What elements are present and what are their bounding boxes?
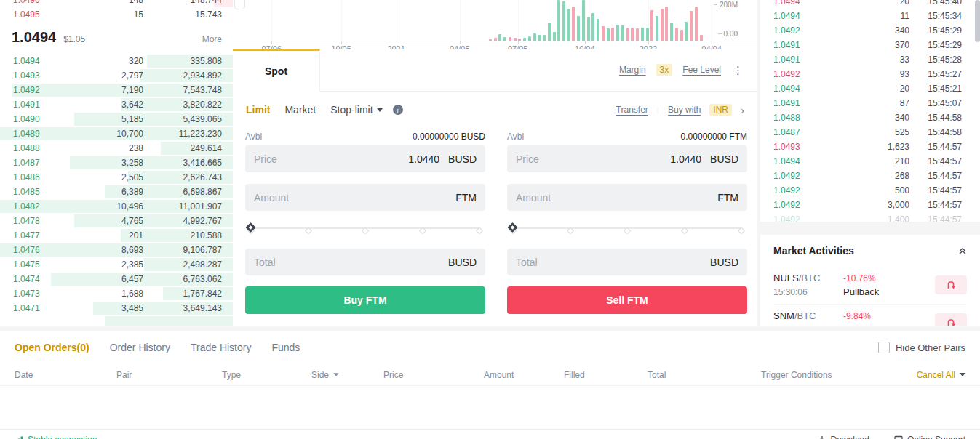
margin-leverage-badge[interactable]: 3x bbox=[656, 64, 673, 76]
slider-track[interactable] bbox=[513, 227, 741, 229]
trade-row[interactable]: 1.04929315:45:27 bbox=[760, 67, 980, 81]
bid-row[interactable]: 1.04932,7972,934.892 bbox=[0, 68, 233, 83]
collapse-icon[interactable] bbox=[958, 246, 967, 255]
trade-row[interactable]: 1.049421015:44:57 bbox=[760, 154, 980, 169]
buy-price-field[interactable]: Price 1.0440 BUSD bbox=[245, 145, 485, 172]
trade-row[interactable]: 1.04931,62315:44:57 bbox=[760, 140, 980, 154]
buy-amount-field[interactable]: Amount FTM bbox=[245, 184, 485, 211]
hide-other-pairs[interactable]: Hide Other Pairs bbox=[878, 342, 965, 353]
buy-avbl-row: Avbl 0.00000000 BUSD bbox=[245, 128, 485, 145]
total-cell: 3,416.665 bbox=[143, 158, 222, 168]
market-activity-row[interactable]: NULS/BTC15:30:06-10.76%Pullback bbox=[773, 267, 967, 305]
sell-price-field[interactable]: Price 1.0440 BUSD bbox=[507, 145, 747, 172]
bid-row[interactable]: 1.04731,6881,767.842 bbox=[0, 286, 233, 301]
trade-time: 15:44:57 bbox=[909, 185, 962, 196]
trade-row[interactable]: 1.049250015:44:57 bbox=[760, 183, 980, 198]
currency-badge[interactable]: INR bbox=[709, 104, 732, 116]
volume-bar bbox=[582, 0, 585, 41]
trade-row[interactable]: 1.048834015:44:58 bbox=[760, 110, 980, 125]
bid-row[interactable]: 1.04927,1907,543.748 bbox=[0, 83, 233, 97]
slider-stop[interactable] bbox=[305, 227, 312, 235]
sell-total-field[interactable]: Total BUSD bbox=[507, 249, 747, 275]
bid-row[interactable]: 1.0488238249.614 bbox=[0, 141, 233, 156]
hide-other-pairs-checkbox[interactable] bbox=[878, 342, 890, 353]
caret-down-icon bbox=[377, 108, 383, 112]
market-activities-list: NULS/BTC15:30:06-10.76%PullbackSNM/BTC15… bbox=[773, 267, 967, 326]
slider-stop[interactable] bbox=[681, 227, 688, 235]
fee-level-link[interactable]: Fee Level bbox=[682, 65, 721, 75]
bid-row[interactable]: 1.04873,2583,416.665 bbox=[0, 156, 233, 170]
order-type-market[interactable]: Market bbox=[284, 104, 316, 116]
bid-row[interactable]: 1.0494320335.808 bbox=[0, 54, 233, 68]
slider-stop[interactable] bbox=[567, 227, 574, 235]
bid-row[interactable]: 1.048210,49611,001.907 bbox=[0, 199, 233, 214]
volume-bar bbox=[611, 28, 614, 41]
cancel-all-button[interactable]: Cancel All bbox=[917, 370, 965, 380]
bid-row[interactable]: 1.0477201210.588 bbox=[0, 228, 233, 243]
market-activity-row[interactable]: SNM/BTC15:30:06-9.84%Pullback bbox=[773, 305, 967, 326]
trade-row[interactable]: 1.04918715:45:07 bbox=[760, 96, 980, 110]
margin-link[interactable]: Margin bbox=[619, 65, 646, 75]
pullback-action-button[interactable] bbox=[935, 313, 967, 326]
chevron-right-icon[interactable]: › bbox=[741, 104, 744, 116]
more-options-icon[interactable]: ⋮ bbox=[731, 65, 745, 76]
trade-row[interactable]: 1.049137015:45:29 bbox=[760, 38, 980, 52]
bid-row[interactable]: 1.048910,70011,223.230 bbox=[0, 126, 233, 141]
trade-row[interactable]: 1.048752515:44:58 bbox=[760, 125, 980, 140]
trade-row[interactable]: 1.04921,40015:44:57 bbox=[760, 212, 980, 222]
ask-row[interactable]: 1.0496148148.744 bbox=[0, 0, 233, 7]
orders-tab-order-history[interactable]: Order History bbox=[110, 342, 170, 353]
bid-row[interactable] bbox=[0, 315, 233, 326]
orders-tab-open-orders-0-[interactable]: Open Orders(0) bbox=[15, 342, 89, 353]
transfer-link[interactable]: Transfer bbox=[616, 105, 648, 115]
ask-row[interactable]: 1.04951515.743 bbox=[0, 7, 233, 22]
order-type-stop-limit[interactable]: Stop-limit bbox=[330, 104, 382, 116]
bid-row[interactable]: 1.04905,1855,439.065 bbox=[0, 112, 233, 126]
page-scrollbar[interactable] bbox=[975, 0, 980, 42]
buy-button[interactable]: Buy FTM bbox=[245, 286, 485, 314]
orders-tab-trade-history[interactable]: Trade History bbox=[191, 342, 252, 353]
download-link[interactable]: Download bbox=[818, 435, 869, 439]
slider-stop[interactable] bbox=[419, 227, 426, 235]
caret-down-icon bbox=[333, 373, 338, 376]
trade-row[interactable]: 1.04942015:45:40 bbox=[760, 0, 980, 9]
slider-stop[interactable] bbox=[362, 227, 369, 235]
bid-row[interactable]: 1.04862,5052,626.743 bbox=[0, 170, 233, 185]
info-icon[interactable]: i bbox=[393, 105, 403, 115]
sell-button[interactable]: Sell FTM bbox=[507, 286, 747, 314]
slider-stop[interactable] bbox=[738, 227, 745, 235]
bid-row[interactable]: 1.04713,4853,649.143 bbox=[0, 301, 233, 315]
bid-row[interactable]: 1.04913,6423,820.822 bbox=[0, 97, 233, 112]
buy-amount-slider[interactable] bbox=[245, 220, 485, 237]
trade-row[interactable]: 1.04913315:45:28 bbox=[760, 52, 980, 67]
slider-track[interactable] bbox=[251, 227, 479, 229]
chart-toolbar-button[interactable] bbox=[234, 0, 245, 9]
online-support-link[interactable]: Online Support bbox=[894, 435, 965, 439]
bid-row[interactable]: 1.04746,4576,763.062 bbox=[0, 272, 233, 286]
trade-row[interactable]: 1.04942015:45:21 bbox=[760, 81, 980, 96]
bid-row[interactable]: 1.04856,3896,698.867 bbox=[0, 185, 233, 199]
trade-row[interactable]: 1.04923,00015:44:57 bbox=[760, 198, 980, 212]
tab-spot[interactable]: Spot bbox=[233, 49, 320, 92]
bid-row[interactable]: 1.04752,3852,498.287 bbox=[0, 257, 233, 272]
slider-stop[interactable] bbox=[624, 227, 631, 235]
bid-row[interactable]: 1.04784,7654,992.767 bbox=[0, 214, 233, 228]
pullback-action-button[interactable] bbox=[935, 275, 967, 294]
trade-row[interactable]: 1.049226815:44:57 bbox=[760, 169, 980, 183]
buy-total-field[interactable]: Total BUSD bbox=[245, 249, 485, 275]
more-link[interactable]: More bbox=[202, 34, 222, 44]
column-header-side[interactable]: Side bbox=[311, 370, 383, 380]
slider-stop[interactable] bbox=[476, 227, 483, 235]
sell-amount-field[interactable]: Amount FTM bbox=[507, 184, 747, 211]
trade-row[interactable]: 1.04941115:45:34 bbox=[760, 9, 980, 23]
bid-row[interactable]: 1.04768,6939,106.787 bbox=[0, 243, 233, 257]
orders-tab-funds[interactable]: Funds bbox=[271, 342, 300, 353]
order-type-label: Market bbox=[284, 104, 316, 116]
buy-with-link[interactable]: Buy with bbox=[668, 105, 701, 115]
trade-row[interactable]: 1.049234015:45:29 bbox=[760, 23, 980, 38]
sell-avbl-row: Avbl 0.00000000 FTM bbox=[507, 128, 747, 145]
sell-form: Avbl 0.00000000 FTM Price 1.0440 BUSD Am… bbox=[507, 128, 747, 314]
sell-amount-slider[interactable] bbox=[507, 220, 747, 237]
order-type-limit[interactable]: Limit bbox=[246, 104, 270, 116]
price-cell: 1.0485 bbox=[13, 187, 74, 197]
